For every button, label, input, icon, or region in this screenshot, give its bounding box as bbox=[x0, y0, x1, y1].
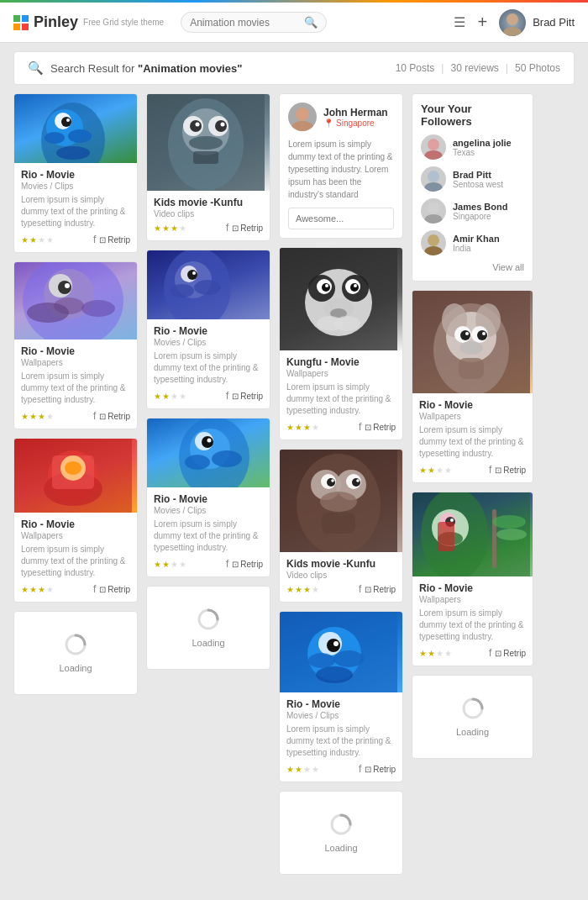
followers-box: Your Your Followers angelina jolie Texas bbox=[412, 93, 533, 282]
follower-avatar-angelina bbox=[421, 134, 446, 160]
svg-point-51 bbox=[296, 108, 309, 121]
facebook-icon[interactable]: f bbox=[359, 763, 361, 775]
facebook-icon[interactable]: f bbox=[93, 583, 96, 595]
retrip-button[interactable]: ⊡ Retrip bbox=[232, 224, 263, 233]
search-input[interactable] bbox=[190, 17, 299, 29]
svg-point-66 bbox=[333, 316, 360, 331]
logo[interactable]: Pinley Free Grid style theme bbox=[13, 13, 164, 31]
star-4: ★ bbox=[312, 765, 319, 774]
star-2: ★ bbox=[162, 560, 170, 569]
card-image-rio-close bbox=[14, 262, 137, 339]
star-2: ★ bbox=[162, 224, 170, 233]
card-image-rio-blue4 bbox=[280, 612, 402, 692]
star-4: ★ bbox=[444, 649, 452, 658]
star-2: ★ bbox=[162, 392, 170, 401]
card-desc: Lorem ipsum is simply dummy text of the … bbox=[419, 608, 526, 643]
card-category: Movies / Clips bbox=[154, 506, 263, 515]
loading-card-col2: Loading bbox=[146, 586, 270, 670]
retrip-label: Retrip bbox=[373, 585, 396, 594]
facebook-icon[interactable]: f bbox=[226, 558, 228, 570]
add-button[interactable]: + bbox=[477, 13, 487, 32]
star-3: ★ bbox=[436, 649, 444, 658]
card-body-c1-1: Rio - Movie Movies / Clips Lorem ipsum i… bbox=[14, 163, 137, 252]
card-title: Rio - Movie bbox=[154, 325, 263, 337]
follower-item-angelina[interactable]: angelina jolie Texas bbox=[421, 134, 524, 160]
star-rating: ★ ★ ★ ★ bbox=[21, 412, 54, 421]
card-footer: ★ ★ ★ ★ f ⊡ Retrip bbox=[286, 763, 396, 775]
svg-rect-108 bbox=[459, 358, 484, 379]
follower-info: angelina jolie Texas bbox=[453, 138, 512, 157]
featured-user-info: John Herman 📍 Singapore bbox=[323, 107, 388, 128]
star-1: ★ bbox=[154, 224, 161, 233]
svg-point-118 bbox=[492, 515, 526, 529]
card-footer: ★ ★ ★ ★ f ⊡ Retrip bbox=[154, 390, 263, 402]
retrip-button[interactable]: ⊡ Retrip bbox=[232, 392, 263, 401]
menu-button[interactable]: ☰ bbox=[454, 14, 465, 30]
search-bar[interactable]: 🔍 bbox=[181, 12, 327, 33]
sidebar-card-body-2: Rio - Movie Wallpapers Lorem ipsum is si… bbox=[412, 576, 533, 666]
comment-input[interactable] bbox=[296, 213, 412, 224]
retrip-button[interactable]: ⊡ Retrip bbox=[495, 466, 526, 475]
card-desc: Lorem ipsum is simply dummy text of the … bbox=[154, 350, 263, 386]
card-c2-2: Rio - Movie Movies / Clips Lorem ipsum i… bbox=[146, 250, 270, 409]
retrip-button[interactable]: ⊡ Retrip bbox=[495, 649, 526, 658]
svg-point-85 bbox=[333, 650, 364, 667]
star-1: ★ bbox=[21, 585, 29, 594]
retrip-button[interactable]: ⊡ Retrip bbox=[99, 412, 130, 421]
retrip-label: Retrip bbox=[373, 423, 396, 432]
follower-item-amir[interactable]: Amir Khan India bbox=[421, 230, 524, 255]
comment-bar[interactable]: 📷 bbox=[288, 208, 394, 229]
retrip-button[interactable]: ⊡ Retrip bbox=[232, 560, 263, 569]
card-body-c3-2: Kids movie -Kunfu Video clips ★ ★ ★ ★ f … bbox=[280, 552, 402, 602]
card-body-c2-3: Rio - Movie Movies / Clips Lorem ipsum i… bbox=[147, 487, 270, 576]
retrip-icon: ⊡ bbox=[365, 765, 371, 774]
card-category: Movies / Clips bbox=[286, 711, 396, 720]
star-rating: ★ ★ ★ ★ bbox=[21, 235, 54, 245]
follower-location-james: Singapore bbox=[453, 212, 507, 221]
retrip-button[interactable]: ⊡ Retrip bbox=[365, 765, 396, 774]
svg-point-61 bbox=[325, 284, 328, 287]
search-icon: 🔍 bbox=[304, 16, 318, 29]
card-image-rio-blue2 bbox=[147, 250, 270, 319]
retrip-button[interactable]: ⊡ Retrip bbox=[99, 235, 130, 245]
retrip-button[interactable]: ⊡ Retrip bbox=[365, 585, 396, 594]
facebook-icon[interactable]: f bbox=[489, 647, 491, 659]
card-desc: Lorem ipsum is simply dummy text of the … bbox=[21, 544, 130, 579]
retrip-icon: ⊡ bbox=[365, 423, 371, 432]
view-all-button[interactable]: View all bbox=[421, 262, 524, 272]
follower-item-brad[interactable]: Brad Pitt Sentosa west bbox=[421, 166, 524, 192]
facebook-icon[interactable]: f bbox=[489, 464, 491, 476]
svg-point-39 bbox=[187, 270, 197, 280]
facebook-icon[interactable]: f bbox=[359, 421, 361, 433]
svg-point-30 bbox=[196, 123, 200, 127]
featured-post: John Herman 📍 Singapore Lorem ipsum is s… bbox=[279, 93, 403, 239]
card-category: Video clips bbox=[286, 571, 396, 580]
card-title: Rio - Movie bbox=[154, 493, 263, 505]
loading-card-sidebar: Loading bbox=[412, 675, 533, 759]
user-avatar bbox=[499, 9, 526, 36]
retrip-button[interactable]: ⊡ Retrip bbox=[365, 423, 396, 432]
card-desc: Lorem ipsum is simply dummy text of the … bbox=[286, 382, 396, 417]
user-area[interactable]: Brad Pitt bbox=[499, 9, 575, 36]
facebook-icon[interactable]: f bbox=[226, 222, 228, 234]
facebook-icon[interactable]: f bbox=[359, 583, 361, 595]
retrip-label: Retrip bbox=[240, 224, 263, 233]
svg-rect-35 bbox=[193, 151, 218, 164]
facebook-icon[interactable]: f bbox=[226, 390, 228, 402]
card-footer: ★ ★ ★ ★ f ⊡ Retrip bbox=[419, 464, 526, 476]
svg-point-8 bbox=[68, 129, 92, 143]
loading-card-col1: Loading bbox=[13, 611, 138, 695]
card-image-rio-blue3 bbox=[147, 418, 270, 487]
retrip-label: Retrip bbox=[240, 392, 263, 401]
card-title: Rio - Movie bbox=[21, 345, 130, 357]
facebook-icon[interactable]: f bbox=[93, 234, 96, 245]
star-1: ★ bbox=[419, 649, 427, 658]
facebook-icon[interactable]: f bbox=[93, 410, 96, 422]
star-1: ★ bbox=[21, 412, 29, 421]
follower-item-james[interactable]: James Bond Singapore bbox=[421, 198, 524, 224]
star-4: ★ bbox=[179, 392, 186, 401]
star-4: ★ bbox=[179, 560, 186, 569]
retrip-button[interactable]: ⊡ Retrip bbox=[99, 585, 130, 594]
star-4: ★ bbox=[46, 585, 54, 594]
loading-label-2: Loading bbox=[192, 638, 224, 648]
